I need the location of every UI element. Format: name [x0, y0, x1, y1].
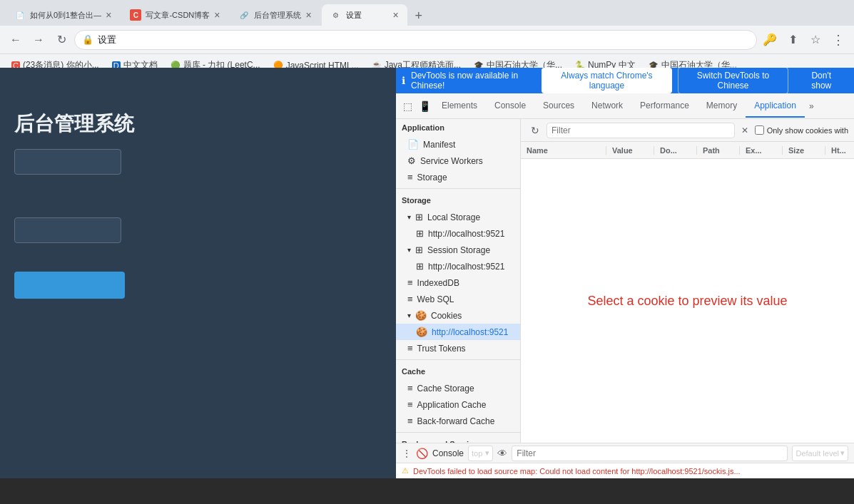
tab-application[interactable]: Application	[746, 95, 805, 118]
tab-2[interactable]: C 写文章-CSDN博客 ×	[121, 4, 228, 26]
menu-button[interactable]: ⋮	[828, 30, 848, 50]
tab-4[interactable]: ⚙ 设置 ×	[322, 4, 407, 26]
sidebar-item-back-forward-cache-label: Back-forward Cache	[417, 416, 495, 426]
forward-button[interactable]: →	[29, 30, 49, 50]
page-login-button[interactable]	[14, 272, 125, 299]
sidebar-item-indexeddb[interactable]: ≡ IndexedDB	[396, 274, 520, 291]
sidebar-item-session-storage-host-label: http://localhost:9521	[428, 262, 504, 272]
share-button[interactable]: ⬆	[783, 30, 803, 50]
tab-network-label: Network	[591, 101, 623, 110]
session-storage-host-icon: ⊞	[416, 261, 424, 272]
console-context-arrow: ▾	[485, 448, 489, 458]
sidebar-item-storage-main[interactable]: ≡ Storage	[396, 169, 520, 185]
tab-2-favicon: C	[130, 9, 141, 21]
console-level-selector[interactable]: Default level ▾	[792, 446, 848, 461]
inspect-element-icon[interactable]: ⬚	[399, 98, 416, 115]
sidebar-item-cookies-host[interactable]: 🍪 http://localhost:9521	[396, 324, 520, 340]
tab-3-label: 后台管理系统	[254, 10, 301, 21]
bookmark-button[interactable]: ☆	[805, 30, 825, 50]
sidebar-section-storage: Storage	[396, 192, 520, 209]
tab-sources[interactable]: Sources	[534, 95, 583, 118]
tab-1[interactable]: 📄 如何从0到1整合出— ×	[6, 4, 120, 26]
warning-icon: ⚠	[402, 466, 409, 475]
refresh-button[interactable]: ↻	[51, 30, 71, 50]
page-input-1[interactable]	[14, 149, 121, 175]
sidebar-section-application: Application	[396, 119, 520, 136]
dont-show-button[interactable]: Don't show	[794, 68, 848, 93]
tab-elements[interactable]: Elements	[433, 95, 486, 118]
console-eye-icon[interactable]: 👁	[497, 448, 507, 459]
devtools-panel: ℹ DevTools is now available in Chinese! …	[396, 68, 854, 478]
address-text: 设置	[98, 34, 116, 46]
tab-2-close[interactable]: ×	[214, 9, 220, 21]
page-input-2[interactable]	[14, 217, 121, 243]
sidebar-item-session-storage-host[interactable]: ⊞ http://localhost:9521	[396, 258, 520, 274]
sidebar-item-local-storage-label: Local Storage	[427, 212, 480, 222]
manifest-icon: 📄	[407, 139, 419, 150]
tab-1-label: 如何从0到1整合出—	[30, 10, 101, 21]
sidebar-item-web-sql-label: Web SQL	[417, 294, 454, 304]
browser-toolbar: ← → ↻ 🔒 设置 🔑 ⬆ ☆ ⋮	[0, 26, 854, 54]
error-bar: ⚠ DevTools failed to load source map: Co…	[396, 463, 854, 478]
sidebar-item-local-storage-host-label: http://localhost:9521	[428, 229, 504, 239]
page-content: 后台管理系统	[0, 68, 396, 478]
application-panel: Application 📄 Manifest ⚙ Service Workers…	[396, 119, 854, 443]
sidebar-item-application-cache[interactable]: ≡ Application Cache	[396, 396, 520, 413]
page-title: 后台管理系统	[14, 110, 134, 138]
tab-network[interactable]: Network	[583, 95, 631, 118]
sidebar-item-back-forward-cache[interactable]: ≡ Back-forward Cache	[396, 413, 520, 429]
cookies-toolbar: ↻ ✕ Only show cookies with	[521, 119, 854, 142]
sidebar-item-cache-storage[interactable]: ≡ Cache Storage	[396, 380, 520, 396]
sidebar-divider-1	[396, 188, 520, 189]
application-cache-icon: ≡	[407, 399, 413, 410]
filter-clear-button[interactable]: ✕	[738, 123, 752, 138]
back-forward-cache-icon: ≡	[407, 416, 413, 426]
console-label[interactable]: Console	[432, 448, 464, 458]
sidebar-item-web-sql[interactable]: ≡ Web SQL	[396, 291, 520, 307]
cookies-panel: ↻ ✕ Only show cookies with Name Value Do…	[521, 119, 854, 443]
sidebar-item-local-storage[interactable]: ▾ ⊞ Local Storage	[396, 209, 520, 225]
refresh-cookies-button[interactable]: ↻	[527, 122, 544, 139]
sidebar-item-cookies-label: Cookies	[431, 311, 462, 321]
address-bar[interactable]: 🔒 设置	[74, 30, 757, 50]
console-error-icon[interactable]: 🚫	[416, 448, 428, 459]
only-show-cookies-label[interactable]: Only show cookies with	[755, 125, 848, 135]
sidebar-item-local-storage-host[interactable]: ⊞ http://localhost:9521	[396, 225, 520, 242]
local-storage-icon: ⊞	[415, 212, 423, 222]
device-toolbar-icon[interactable]: 📱	[416, 98, 433, 115]
match-language-button[interactable]: Always match Chrome's language	[542, 68, 671, 93]
sidebar-item-cache-storage-label: Cache Storage	[417, 384, 474, 394]
back-button[interactable]: ←	[6, 30, 26, 50]
tab-performance[interactable]: Performance	[631, 95, 698, 118]
sidebar-section-cache: Cache	[396, 363, 520, 380]
sidebar-item-session-storage[interactable]: ▾ ⊞ Session Storage	[396, 242, 520, 258]
sidebar-divider-2	[396, 359, 520, 360]
tab-memory[interactable]: Memory	[698, 95, 746, 118]
sidebar-item-service-workers[interactable]: ⚙ Service Workers	[396, 153, 520, 169]
console-menu-icon[interactable]: ⋮	[402, 448, 412, 459]
only-show-cookies-checkbox[interactable]	[755, 125, 764, 135]
tab-3-close[interactable]: ×	[305, 9, 311, 21]
sidebar-item-cookies[interactable]: ▾ 🍪 Cookies	[396, 307, 520, 324]
password-icon[interactable]: 🔑	[760, 30, 780, 50]
tab-1-favicon: 📄	[14, 9, 26, 21]
sidebar-item-session-storage-label: Session Storage	[427, 245, 490, 255]
info-bar-text: DevTools is now available in Chinese!	[411, 71, 536, 91]
tab-console[interactable]: Console	[486, 95, 534, 118]
tab-3[interactable]: 🔗 后台管理系统 ×	[230, 4, 320, 26]
console-context-selector[interactable]: top ▾	[468, 446, 493, 461]
filter-input[interactable]	[547, 123, 735, 138]
more-tabs-button[interactable]: »	[805, 96, 818, 117]
tab-elements-label: Elements	[442, 101, 477, 110]
switch-devtools-button[interactable]: Switch DevTools to Chinese	[678, 67, 789, 94]
tab-2-label: 写文章-CSDN博客	[146, 10, 210, 21]
sidebar-item-manifest[interactable]: 📄 Manifest	[396, 136, 520, 153]
tab-4-close[interactable]: ×	[392, 9, 398, 21]
new-tab-button[interactable]: +	[409, 6, 429, 26]
cookies-empty-state: Select a cookie to preview its value	[521, 159, 854, 443]
only-show-cookies-text: Only show cookies with	[767, 126, 848, 135]
col-header-value: Value	[606, 146, 654, 155]
tab-1-close[interactable]: ×	[106, 9, 111, 21]
console-filter-input[interactable]	[512, 446, 788, 461]
sidebar-item-trust-tokens[interactable]: ≡ Trust Tokens	[396, 340, 520, 356]
